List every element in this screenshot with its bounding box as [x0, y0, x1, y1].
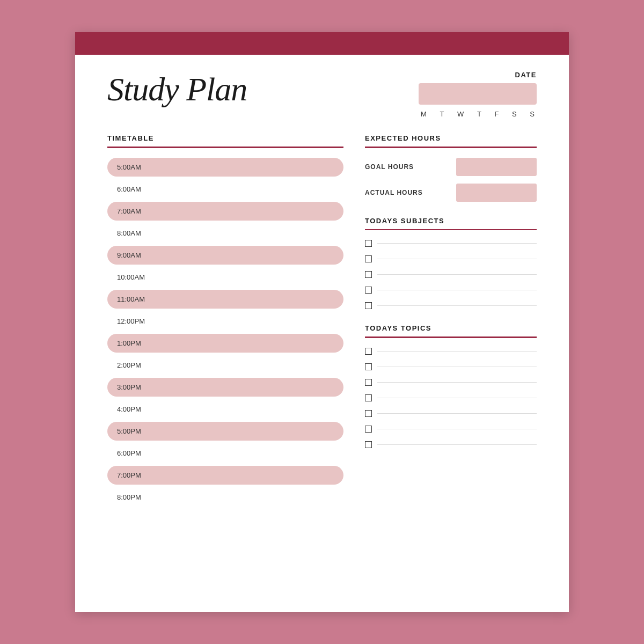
- time-slot-15: 7:00PM: [107, 466, 343, 485]
- time-label-700pm: 7:00PM: [107, 466, 343, 485]
- actual-hours-box[interactable]: [456, 184, 537, 202]
- topic-checkbox-4[interactable]: [365, 394, 372, 401]
- time-slot-8: 12:00PM: [107, 312, 343, 331]
- time-slot-9: 1:00PM: [107, 334, 343, 353]
- time-label-200pm: 2:00PM: [107, 356, 343, 375]
- timetable-title: TIMETABLE: [107, 134, 343, 142]
- subject-row-1: [365, 240, 537, 247]
- time-label-600pm: 6:00PM: [107, 444, 343, 463]
- expected-hours-section: EXPECTED HOURS GOAL HOURS ACTUAL HOURS: [365, 134, 537, 202]
- time-slot-1: 5:00AM: [107, 158, 343, 177]
- topic-checkbox-1[interactable]: [365, 348, 372, 355]
- goal-hours-box[interactable]: [456, 158, 537, 176]
- title-area: Study Plan: [107, 71, 419, 107]
- time-label-800pm: 8:00PM: [107, 488, 343, 507]
- subject-line-4: [377, 290, 537, 290]
- time-label-1100am: 11:00AM: [107, 290, 343, 309]
- expected-hours-title: EXPECTED HOURS: [365, 134, 537, 142]
- subject-line-1: [377, 243, 537, 244]
- subject-line-3: [377, 274, 537, 275]
- topic-checkbox-5[interactable]: [365, 410, 372, 417]
- date-bar: [419, 83, 537, 105]
- left-column: TIMETABLE 5:00AM 6:00AM 7:00AM 8:00AM: [107, 134, 343, 510]
- page-title: Study Plan: [107, 71, 419, 107]
- subject-checkbox-5[interactable]: [365, 302, 372, 309]
- topic-line-7: [377, 444, 537, 445]
- page-wrapper: Study Plan DATE M T W T F S S: [75, 32, 569, 612]
- time-slot-4: 8:00AM: [107, 224, 343, 243]
- subject-checkbox-1[interactable]: [365, 240, 372, 247]
- subject-row-3: [365, 271, 537, 278]
- right-column: EXPECTED HOURS GOAL HOURS ACTUAL HOURS T…: [365, 134, 537, 510]
- day-w: W: [457, 110, 464, 118]
- goal-hours-label: GOAL HOURS: [365, 163, 414, 171]
- topics-title: TODAYS TOPICS: [365, 324, 537, 332]
- topic-checkbox-2[interactable]: [365, 363, 372, 370]
- time-label-100pm: 1:00PM: [107, 334, 343, 353]
- topic-row-7: [365, 441, 537, 448]
- time-label-500am: 5:00AM: [107, 158, 343, 177]
- time-label-1200pm: 12:00PM: [107, 312, 343, 331]
- subjects-title: TODAYS SUBJECTS: [365, 217, 537, 225]
- time-slot-2: 6:00AM: [107, 180, 343, 199]
- subjects-divider: [365, 229, 537, 231]
- page-content: Study Plan DATE M T W T F S S: [75, 55, 569, 531]
- timetable-divider: [107, 147, 343, 148]
- time-label-600am: 6:00AM: [107, 180, 343, 199]
- time-slot-14: 6:00PM: [107, 444, 343, 463]
- topic-checkbox-3[interactable]: [365, 379, 372, 386]
- topic-line-5: [377, 413, 537, 414]
- topic-row-2: [365, 363, 537, 370]
- subjects-section: TODAYS SUBJECTS: [365, 217, 537, 310]
- time-slot-6: 10:00AM: [107, 268, 343, 287]
- goal-hours-row: GOAL HOURS: [365, 158, 537, 176]
- main-columns: TIMETABLE 5:00AM 6:00AM 7:00AM 8:00AM: [107, 134, 537, 510]
- subject-row-4: [365, 287, 537, 294]
- subject-row-5: [365, 302, 537, 309]
- topics-divider: [365, 336, 537, 338]
- topic-row-3: [365, 379, 537, 386]
- time-label-400pm: 4:00PM: [107, 400, 343, 419]
- subject-line-2: [377, 259, 537, 259]
- day-m: M: [421, 110, 427, 118]
- time-label-800am: 8:00AM: [107, 224, 343, 243]
- topic-line-1: [377, 351, 537, 352]
- topic-checkbox-7[interactable]: [365, 441, 372, 448]
- day-s1: S: [512, 110, 517, 118]
- topic-line-4: [377, 398, 537, 398]
- time-label-300pm: 3:00PM: [107, 378, 343, 397]
- topic-row-6: [365, 426, 537, 433]
- time-label-500pm: 5:00PM: [107, 422, 343, 441]
- timetable-section: TIMETABLE 5:00AM 6:00AM 7:00AM 8:00AM: [107, 134, 343, 507]
- subject-checkbox-2[interactable]: [365, 255, 372, 262]
- date-label: DATE: [419, 71, 537, 79]
- topic-checkbox-6[interactable]: [365, 426, 372, 433]
- topic-row-5: [365, 410, 537, 417]
- topic-line-2: [377, 367, 537, 367]
- day-t2: T: [477, 110, 481, 118]
- subject-line-5: [377, 305, 537, 306]
- time-slot-13: 5:00PM: [107, 422, 343, 441]
- topic-row-4: [365, 394, 537, 401]
- header-area: Study Plan DATE M T W T F S S: [107, 71, 537, 118]
- time-slot-3: 7:00AM: [107, 202, 343, 221]
- time-slot-12: 4:00PM: [107, 400, 343, 419]
- actual-hours-label: ACTUAL HOURS: [365, 189, 423, 196]
- subject-checkbox-4[interactable]: [365, 287, 372, 294]
- time-slot-10: 2:00PM: [107, 356, 343, 375]
- day-f: F: [494, 110, 499, 118]
- time-slot-11: 3:00PM: [107, 378, 343, 397]
- day-letters: M T W T F S S: [419, 110, 537, 118]
- topic-line-3: [377, 382, 537, 383]
- subject-checkbox-3[interactable]: [365, 271, 372, 278]
- date-area: DATE M T W T F S S: [419, 71, 537, 118]
- topic-line-6: [377, 429, 537, 429]
- time-slot-5: 9:00AM: [107, 246, 343, 265]
- time-label-1000am: 10:00AM: [107, 268, 343, 287]
- subject-row-2: [365, 255, 537, 262]
- day-s2: S: [530, 110, 535, 118]
- day-t1: T: [440, 110, 444, 118]
- time-label-900am: 9:00AM: [107, 246, 343, 265]
- time-slot-16: 8:00PM: [107, 488, 343, 507]
- topics-section: TODAYS TOPICS: [365, 324, 537, 448]
